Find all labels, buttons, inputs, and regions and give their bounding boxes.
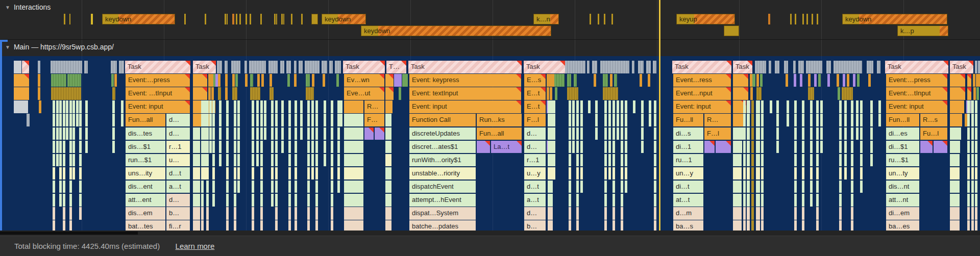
flame-entry[interactable]: Ev…wn	[344, 74, 384, 87]
flame-entry[interactable]: Task	[408, 61, 522, 73]
flame-entry[interactable]: u…	[166, 154, 190, 167]
flame-entry[interactable]: Event:…press	[886, 74, 947, 87]
scrollbar-thumb[interactable]	[0, 232, 138, 235]
flame-entry[interactable]: Run…ks	[477, 114, 522, 126]
flame-entry[interactable]: dis…ent	[126, 181, 165, 193]
interaction-bar[interactable]	[724, 25, 739, 36]
flame-entry[interactable]: ru…1	[673, 154, 703, 167]
collapse-triangle-icon[interactable]: ▼	[5, 44, 10, 50]
flame-entry[interactable]: d…	[524, 127, 546, 140]
interaction-whisker[interactable]	[69, 14, 70, 24]
interaction-bar[interactable]: keydown	[361, 25, 551, 36]
interaction-whisker[interactable]	[274, 14, 276, 24]
flame-entry[interactable]: R…s	[920, 114, 947, 126]
flame-entry[interactable]: dis…$1	[126, 141, 165, 153]
interaction-whisker[interactable]	[604, 14, 605, 24]
interaction-whisker[interactable]	[768, 14, 770, 24]
flame-entry[interactable]: a…t	[166, 181, 190, 193]
interaction-whisker[interactable]	[283, 14, 284, 24]
flame-entry[interactable]: Task	[193, 61, 216, 73]
interaction-whisker[interactable]	[590, 14, 591, 24]
interaction-whisker[interactable]	[246, 14, 247, 24]
flame-entry[interactable]: Event: textInput	[409, 87, 521, 100]
main-track-header[interactable]: ▼Main — https://9sr5wp.csb.app/	[5, 43, 114, 51]
horizontal-scrollbar[interactable]	[0, 231, 980, 236]
flame-entry[interactable]: di…s	[673, 127, 703, 140]
flame-entry[interactable]: Task	[524, 61, 565, 73]
flame-entry[interactable]: uns…ity	[126, 167, 165, 180]
flame-entry[interactable]: dis…tes	[126, 127, 165, 140]
interaction-whisker[interactable]	[802, 14, 804, 24]
flame-entry[interactable]: run…$1	[126, 154, 165, 167]
flame-entry[interactable]: ru…$1	[886, 154, 919, 167]
flame-entry[interactable]: Event: input	[409, 100, 521, 113]
flame-entry[interactable]: Event…nput	[673, 87, 731, 100]
flame-entry[interactable]: unstable…riority	[409, 167, 476, 180]
flame-entry[interactable]: Task	[885, 61, 948, 73]
flame-entry[interactable]: d…t	[166, 167, 190, 180]
flame-entry[interactable]: F…l	[704, 127, 731, 140]
flame-entry[interactable]: attempt…hEvent	[409, 194, 476, 207]
flame-entry[interactable]: Task	[343, 61, 385, 73]
interaction-whisker[interactable]	[611, 14, 613, 24]
flame-entry[interactable]: r…1	[166, 141, 190, 153]
flame-entry[interactable]: Task	[733, 61, 752, 73]
flame-entry[interactable]: Eve…ut	[344, 87, 384, 100]
flame-entry[interactable]: Event: input	[886, 100, 947, 113]
interaction-whisker[interactable]	[184, 14, 186, 24]
flame-entry[interactable]: att…ent	[126, 194, 165, 207]
flame-entry[interactable]: Event:…tInput	[886, 87, 947, 100]
flame-entry[interactable]: dispatchEvent	[409, 181, 476, 193]
flame-entry[interactable]: u…y	[524, 167, 546, 180]
interaction-whisker[interactable]	[225, 14, 226, 24]
flame-entry[interactable]: F…l	[524, 114, 546, 126]
interaction-whisker[interactable]	[227, 14, 228, 24]
flame-entry[interactable]: E…t	[524, 87, 546, 100]
flame-entry[interactable]: Event…ress	[673, 74, 731, 87]
flame-entry[interactable]: d…	[166, 114, 190, 126]
flame-entry[interactable]: Event: …tInput	[126, 87, 190, 100]
interaction-bar[interactable]: keydown	[102, 14, 175, 24]
interaction-whisker[interactable]	[795, 14, 796, 24]
flame-entry[interactable]: dispat…System	[409, 207, 476, 220]
flame-entry[interactable]: Function Call	[409, 114, 476, 126]
flame-entry[interactable]: Fu…l	[920, 127, 947, 140]
playhead-marker[interactable]	[659, 0, 660, 231]
interaction-whisker[interactable]	[239, 14, 241, 24]
flame-entry[interactable]: d…	[524, 141, 546, 153]
interaction-whisker[interactable]	[817, 14, 818, 24]
flame-entry[interactable]: Fu…ll	[673, 114, 703, 126]
flame-entry[interactable]: E…s	[524, 74, 546, 87]
flame-entry[interactable]: discreteUpdates	[409, 127, 476, 140]
collapse-triangle-icon[interactable]: ▼	[5, 5, 10, 10]
flame-entry[interactable]: di…es	[886, 127, 919, 140]
interaction-whisker[interactable]	[205, 14, 206, 24]
flame-entry[interactable]: Event:…press	[126, 74, 190, 87]
interaction-bar[interactable]: keyup	[676, 14, 735, 24]
interaction-whisker[interactable]	[91, 14, 93, 24]
flame-entry[interactable]: Task	[950, 61, 973, 73]
interaction-bar[interactable]: keydown	[842, 14, 947, 24]
flame-entry[interactable]: La…t	[491, 141, 522, 153]
flame-entry[interactable]: d…t	[524, 181, 546, 193]
interaction-whisker[interactable]	[250, 14, 251, 24]
flame-entry[interactable]: Task	[125, 61, 190, 73]
flame-entry[interactable]: a…t	[524, 194, 546, 207]
flame-entry[interactable]: R…	[704, 114, 731, 126]
interaction-bar[interactable]: keydown	[322, 14, 366, 24]
flame-entry[interactable]: Fun…all	[477, 127, 522, 140]
flame-entry[interactable]: R…	[364, 100, 384, 113]
interaction-whisker[interactable]	[276, 14, 277, 24]
flame-entry[interactable]: runWith…ority$1	[409, 154, 476, 167]
interaction-whisker[interactable]	[232, 14, 234, 24]
flame-entry[interactable]: dis…nt	[886, 181, 919, 193]
interaction-bar[interactable]: k…n	[533, 14, 559, 24]
learn-more-link[interactable]: Learn more	[176, 236, 215, 256]
main-flame-chart[interactable]: TaskTaskEvent:…pressEvent: …tInputEvent:…	[0, 56, 980, 231]
flame-entry[interactable]: d…	[166, 194, 190, 207]
flame-entry[interactable]: Event: input	[673, 100, 731, 113]
flame-entry[interactable]: Event: keypress	[409, 74, 521, 87]
flame-entry[interactable]: r…1	[524, 154, 546, 167]
flame-entry[interactable]: T…	[386, 61, 406, 73]
interaction-whisker[interactable]	[281, 14, 283, 24]
